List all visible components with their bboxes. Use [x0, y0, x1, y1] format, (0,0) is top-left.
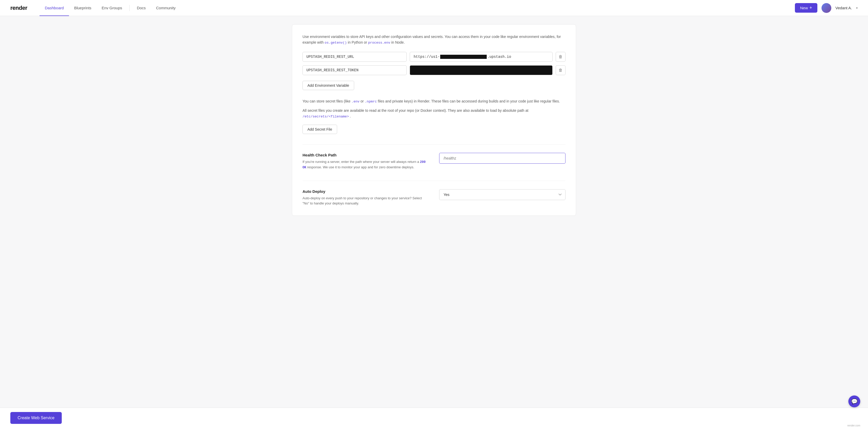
process-env-link[interactable]: process.env: [368, 41, 390, 45]
config-card: Use environment variables to store API k…: [292, 24, 576, 216]
add-env-var-button[interactable]: Add Environment Variable: [303, 81, 354, 90]
nav-right: New + Vedant A. ▾: [795, 3, 858, 13]
render-credit: render.com: [847, 424, 860, 427]
delete-btn-1[interactable]: 🗑: [556, 52, 565, 62]
secret-period: .: [350, 114, 351, 118]
delete-btn-2[interactable]: 🗑: [556, 65, 565, 75]
create-btn-label: Create Web Service: [18, 416, 55, 420]
secret-path-value: /etc/secrets/<filename>: [303, 114, 349, 119]
health-check-section: Health Check Path If you're running a se…: [303, 144, 565, 170]
env-desc-text3: in Node.: [392, 40, 405, 44]
nav-dashboard[interactable]: Dashboard: [39, 0, 69, 16]
auto-deploy-right: Yes No: [439, 189, 565, 200]
env-row-1: https://us1- .upstash.io 🗑: [303, 52, 565, 62]
logo: render: [10, 5, 27, 11]
secret-text-1: You can store secret files (like .env or…: [303, 98, 565, 104]
nav-community[interactable]: Community: [151, 0, 181, 16]
add-env-var-label: Add Environment Variable: [307, 84, 349, 88]
trash-icon-1: 🗑: [559, 55, 563, 59]
env-row-2: 🗑: [303, 65, 565, 75]
env-key-input-1[interactable]: [303, 52, 407, 62]
add-secret-file-button[interactable]: Add Secret File: [303, 125, 337, 134]
nav-blueprints[interactable]: Blueprints: [69, 0, 97, 16]
env-val-token-2: [410, 65, 553, 75]
nav-divider: [129, 5, 130, 11]
new-button-label: New: [800, 6, 808, 10]
main-content: Use environment variables to store API k…: [287, 16, 581, 243]
health-check-left: Health Check Path If you're running a se…: [303, 153, 429, 170]
url-prefix: https://us1-: [413, 55, 440, 59]
nav-docs[interactable]: Docs: [132, 0, 151, 16]
health-check-right: [439, 153, 565, 164]
nav-env-groups[interactable]: Env Groups: [97, 0, 127, 16]
os-getenv-link[interactable]: os.getenv(): [325, 41, 347, 45]
add-secret-label: Add Secret File: [307, 127, 332, 131]
env-val-url-1: https://us1- .upstash.io: [410, 52, 553, 62]
avatar: [822, 3, 831, 13]
health-check-label: Health Check Path: [303, 153, 429, 157]
trash-icon-2: 🗑: [559, 68, 563, 72]
health-desc-2: response. We use it to monitor your app …: [307, 165, 414, 169]
url-suffix: .upstash.io: [487, 55, 511, 59]
secret-desc-3: files and private keys) in Render. These…: [378, 99, 560, 103]
plus-icon: +: [809, 5, 812, 10]
secret-text-2: All secret files you create are availabl…: [303, 108, 565, 120]
secret-desc-2: or: [361, 99, 364, 103]
footer-bar: Create Web Service: [0, 407, 868, 428]
new-button[interactable]: New +: [795, 3, 817, 13]
env-code-tag: .env: [351, 100, 359, 103]
health-desc-1: If you're running a server, enter the pa…: [303, 160, 419, 164]
health-check-desc: If you're running a server, enter the pa…: [303, 159, 429, 170]
auto-deploy-select[interactable]: Yes No: [439, 189, 565, 200]
auto-deploy-left: Auto Deploy Auto-deploy on every push to…: [303, 189, 429, 206]
env-desc-text2: in Python or: [348, 40, 367, 44]
health-check-input[interactable]: [439, 153, 565, 164]
secret-desc-1: You can store secret files (like: [303, 99, 350, 103]
auto-deploy-section: Auto Deploy Auto-deploy on every push to…: [303, 181, 565, 206]
chat-icon: 💬: [851, 398, 858, 404]
url-redacted-1: [440, 55, 487, 59]
nav-links: Dashboard Blueprints Env Groups Docs Com…: [39, 0, 795, 16]
create-web-service-button[interactable]: Create Web Service: [10, 412, 62, 424]
env-description: Use environment variables to store API k…: [303, 34, 565, 46]
auto-deploy-label: Auto Deploy: [303, 189, 429, 194]
navbar: render Dashboard Blueprints Env Groups D…: [0, 0, 868, 16]
secret-files-section: You can store secret files (like .env or…: [303, 98, 565, 134]
chat-widget[interactable]: 💬: [848, 395, 860, 407]
user-name: Vedant A.: [835, 6, 852, 10]
auto-deploy-desc: Auto-deploy on every push to your reposi…: [303, 196, 429, 206]
npmrc-code-tag: .npmrc: [365, 100, 377, 103]
chevron-down-icon[interactable]: ▾: [856, 6, 858, 10]
env-key-input-2[interactable]: [303, 65, 407, 75]
secret-path-desc: All secret files you create are availabl…: [303, 108, 528, 112]
